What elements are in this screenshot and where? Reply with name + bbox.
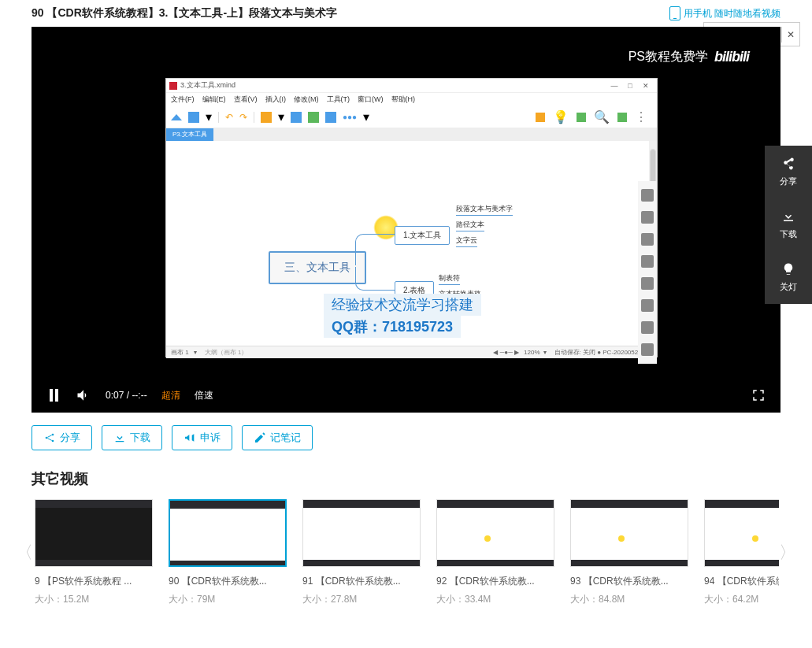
download-icon: [113, 431, 126, 444]
speed-selector[interactable]: 倍速: [195, 389, 213, 402]
tool4-icon[interactable]: [577, 113, 586, 122]
search-icon[interactable]: 🔍: [594, 109, 610, 124]
mindmap-node-1[interactable]: 1.文本工具: [395, 226, 450, 245]
video-item-title: 9 【PS软件系统教程 ...: [35, 575, 153, 588]
window-close[interactable]: ✕: [638, 82, 654, 90]
tool2-icon[interactable]: [308, 112, 319, 123]
video-item-title: 90 【CDR软件系统教...: [169, 575, 287, 588]
svg-point-0: [46, 437, 48, 439]
panel-light-button[interactable]: 关灯: [765, 251, 812, 304]
video-thumbnail[interactable]: [302, 499, 421, 567]
video-item-size: 大小：27.8M: [302, 593, 421, 606]
share-icon: [43, 431, 56, 444]
window-minimize[interactable]: —: [606, 82, 622, 90]
video-item-title: 94 【CDR软件系统教...: [704, 575, 779, 588]
share-button[interactable]: 分享: [32, 425, 92, 450]
side-tool-1[interactable]: [641, 189, 654, 202]
xmind-app-icon: [169, 82, 177, 90]
video-item-size: 大小：33.4M: [436, 593, 554, 606]
share-icon: [781, 157, 795, 171]
save-icon[interactable]: [188, 112, 199, 123]
mindmap-leaf-1[interactable]: 段落文本与美术字: [456, 204, 513, 216]
quality-selector[interactable]: 超清: [161, 389, 180, 402]
download-icon: [781, 209, 795, 224]
video-carousel: 〈 9 【PS软件系统教程 ...大小：15.2M90 【CDR软件系统教...…: [0, 499, 812, 606]
video-item-size: 大小：64.2M: [704, 593, 779, 606]
video-item[interactable]: 9 【PS软件系统教程 ...大小：15.2M: [35, 499, 153, 606]
fullscreen-button[interactable]: [751, 387, 766, 403]
present-icon[interactable]: [536, 113, 545, 122]
side-tool-7[interactable]: [641, 321, 654, 334]
svg-point-1: [52, 434, 54, 436]
mini-window-close[interactable]: ✕: [781, 27, 799, 43]
video-item[interactable]: 90 【CDR软件系统教...大小：79M: [169, 499, 287, 606]
playback-time: 0:07 / --:--: [106, 390, 147, 401]
video-title: 90 【CDR软件系统教程】3.【文本工具-上】段落文本与美术字: [32, 6, 662, 20]
side-tool-5[interactable]: [641, 277, 654, 290]
side-tool-8[interactable]: [641, 343, 654, 356]
xmind-canvas[interactable]: 三、文本工具 1.文本工具 2.表格 段落文本与美术字 路径文本 文字云 制表符…: [166, 141, 657, 346]
more-icon[interactable]: ●●●: [343, 113, 357, 121]
side-tool-3[interactable]: [641, 233, 654, 246]
panel-share-button[interactable]: 分享: [765, 146, 812, 198]
megaphone-icon: [184, 431, 196, 444]
bulb-icon[interactable]: 💡: [553, 109, 569, 124]
pause-button[interactable]: [46, 387, 61, 403]
video-frame-content: 3.文本工具.xmind — □ ✕ 文件(F) 编辑(E) 查看(V) 插入(…: [165, 78, 658, 357]
video-thumbnail[interactable]: [704, 499, 779, 567]
mindmap-leaf-2[interactable]: 路径文本: [456, 220, 484, 231]
tool1-icon[interactable]: [291, 112, 302, 123]
report-button[interactable]: 申诉: [172, 425, 232, 450]
side-tool-4[interactable]: [641, 255, 654, 268]
video-thumbnail[interactable]: [35, 499, 153, 567]
video-player[interactable]: PS教程免费学 bilibili 3.文本工具.xmind — □ ✕ 文件(F…: [32, 27, 780, 413]
phone-watch-link[interactable]: 用手机 随时随地看视频: [669, 6, 780, 20]
video-item-size: 大小：79M: [169, 593, 287, 606]
video-thumbnail[interactable]: [570, 499, 688, 567]
xmind-side-panel: [638, 181, 657, 364]
pencil-icon: [254, 431, 266, 444]
video-item[interactable]: 93 【CDR软件系统教...大小：84.8M: [570, 499, 688, 606]
note-button[interactable]: 记笔记: [242, 425, 313, 450]
video-item-title: 93 【CDR软件系统教...: [570, 575, 688, 588]
window-maximize[interactable]: □: [622, 82, 638, 90]
undo-icon[interactable]: ↶: [225, 112, 233, 123]
carousel-items: 9 【PS软件系统教程 ...大小：15.2M90 【CDR软件系统教...大小…: [33, 499, 779, 606]
xmind-statusbar: 画布 1 ▾ 大纲（画布 1） ◀ ─●─ ▶ 120% ▾ 自动保存: 关闭 …: [166, 346, 657, 358]
video-item-size: 大小：84.8M: [570, 593, 688, 606]
svg-point-2: [52, 440, 54, 442]
volume-button[interactable]: [76, 387, 91, 403]
promo-text-1: 经验技术交流学习搭建: [324, 294, 481, 316]
video-item-size: 大小：15.2M: [35, 593, 153, 606]
redo-icon[interactable]: ↷: [239, 112, 247, 123]
video-item[interactable]: 91 【CDR软件系统教...大小：27.8M: [302, 499, 421, 606]
carousel-next[interactable]: 〉: [779, 517, 796, 588]
xmind-tabs: P3.文本工具: [166, 128, 657, 141]
share-icon[interactable]: [617, 113, 627, 122]
gear-icon[interactable]: ⋮: [635, 109, 647, 124]
mindmap-leaf-4[interactable]: 制表符: [439, 273, 460, 285]
mindmap-root-node[interactable]: 三、文本工具: [269, 251, 366, 284]
panel-download-button[interactable]: 下载: [765, 198, 812, 251]
promo-text-2: QQ群：718195723: [324, 316, 461, 338]
other-videos-heading: 其它视频: [0, 463, 812, 499]
video-item[interactable]: 92 【CDR软件系统教...大小：33.4M: [436, 499, 554, 606]
video-item[interactable]: 94 【CDR软件系统教...大小：64.2M: [704, 499, 779, 606]
video-thumbnail[interactable]: [169, 499, 287, 567]
watermark: PS教程免费学 bilibili: [628, 49, 749, 65]
bulb-icon: [781, 262, 795, 276]
side-tool-2[interactable]: [641, 211, 654, 224]
carousel-prev[interactable]: 〈: [16, 517, 33, 588]
folder-icon[interactable]: [261, 112, 272, 123]
home-icon[interactable]: [171, 114, 182, 120]
tool3-icon[interactable]: [325, 112, 336, 123]
xmind-toolbar: ▾ ↶ ↷ ▾ ●●● ▾ 💡 🔍 ⋮: [166, 106, 657, 128]
side-tool-6[interactable]: [641, 299, 654, 312]
mindmap-leaf-3[interactable]: 文字云: [456, 235, 477, 247]
page-header: 90 【CDR软件系统教程】3.【文本工具-上】段落文本与美术字 用手机 随时随…: [0, 0, 812, 27]
download-button[interactable]: 下载: [102, 425, 162, 450]
video-thumbnail[interactable]: [436, 499, 554, 567]
xmind-menubar[interactable]: 文件(F) 编辑(E) 查看(V) 插入(I) 修改(M) 工具(T) 窗口(W…: [166, 93, 657, 106]
video-item-title: 92 【CDR软件系统教...: [436, 575, 554, 588]
xmind-tab[interactable]: P3.文本工具: [166, 128, 213, 141]
